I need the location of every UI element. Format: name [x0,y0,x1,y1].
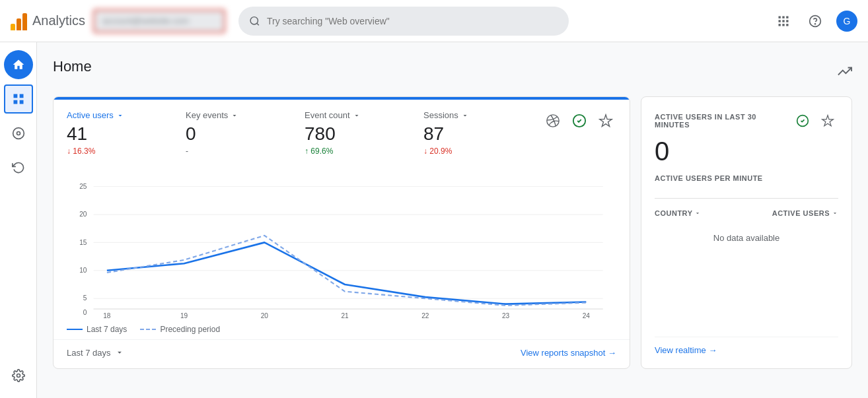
metric-active-users-label[interactable]: Active users [67,110,164,120]
user-avatar[interactable]: G [836,11,857,32]
active-users-col-header[interactable]: ACTIVE USERS [772,209,838,217]
legend-preceding-period-label: Preceding period [160,325,220,334]
help-icon[interactable] [805,11,826,32]
realtime-header: ACTIVE USERS IN LAST 30 MINUTES [655,110,838,131]
svg-text:24: 24 [583,312,591,319]
metric-active-users-change: ↓ 16.3% [67,147,164,156]
metric-active-users-value: 41 [67,123,164,145]
sidebar-item-advertising[interactable] [4,153,33,182]
view-reports-link[interactable]: View reports snapshot → [521,348,616,358]
apps-icon[interactable] [773,11,794,32]
date-range-label: Last 7 days [67,348,111,358]
customize-icon[interactable] [542,110,563,131]
active-users-sort-icon [832,210,838,216]
realtime-sparkle-icon[interactable] [817,110,838,131]
chart-area: 25 20 15 10 5 0 18 Nov 19 20 21 22 23 [54,174,630,319]
svg-text:0: 0 [83,308,87,315]
svg-point-19 [17,374,20,378]
svg-text:10: 10 [79,266,87,273]
svg-rect-7 [786,20,788,22]
country-sort-icon [694,210,701,216]
realtime-subtitle: ACTIVE USERS PER MINUTE [655,174,838,182]
metric-event-count-label[interactable]: Event count [305,110,402,120]
main-content: Home Active users 41 [37,42,868,398]
realtime-check-icon[interactable] [792,110,813,131]
metrics-row: Active users 41 ↓ 16.3% Key events 0 [67,110,616,164]
realtime-value: 0 [655,137,838,166]
metric-key-events-change: - [186,147,283,156]
app-title: Analytics [32,13,85,28]
top-nav: Analytics account@website.com G [0,0,868,42]
date-range-selector[interactable]: Last 7 days [67,348,124,358]
svg-text:22: 22 [421,312,429,319]
svg-rect-8 [779,24,781,26]
page-title: Home [53,58,92,75]
trend-icon[interactable] [838,64,852,81]
svg-rect-2 [779,16,781,18]
search-icon [249,15,260,27]
sidebar-item-settings[interactable] [4,361,33,390]
sidebar-item-home[interactable] [4,50,33,79]
svg-text:18: 18 [103,312,111,319]
sidebar [0,42,37,398]
topnav-right: G [773,11,857,32]
sparkle-icon[interactable] [595,110,616,131]
svg-rect-9 [782,24,784,26]
search-input[interactable] [267,16,558,26]
svg-text:23: 23 [502,312,510,319]
country-col-header[interactable]: COUNTRY [655,209,701,217]
realtime-table-header: COUNTRY ACTIVE USERS [655,207,838,220]
svg-rect-15 [13,100,17,104]
metric-sessions: Sessions 87 ↓ 20.9% [423,110,521,156]
svg-rect-3 [782,16,784,18]
search-bar[interactable] [238,7,569,36]
realtime-title: ACTIVE USERS IN LAST 30 MINUTES [655,113,792,129]
svg-rect-4 [786,16,788,18]
metric-sessions-label[interactable]: Sessions [423,110,521,120]
card-footer: Last 7 days View reports snapshot → [54,339,630,368]
metric-event-count: Event count 780 ↑ 69.6% [305,110,402,156]
legend-preceding-period: Preceding period [140,325,220,334]
date-range-chevron-icon [115,348,124,357]
svg-point-17 [13,128,24,139]
svg-text:25: 25 [79,182,87,189]
metric-action-icons [542,110,616,131]
app-logo: Analytics [11,12,85,30]
metric-key-events: Key events 0 - [186,110,283,156]
svg-point-18 [17,132,20,135]
svg-text:5: 5 [83,294,87,302]
svg-rect-6 [782,20,784,22]
view-realtime-link[interactable]: View realtime → [655,345,838,355]
metric-active-users: Active users 41 ↓ 16.3% [67,110,164,156]
main-layout: Home Active users 41 [0,42,868,398]
sidebar-item-explore[interactable] [4,119,33,148]
metric-key-events-label[interactable]: Key events [186,110,283,120]
metric-sessions-value: 87 [423,123,521,145]
svg-line-1 [257,23,259,25]
svg-rect-14 [19,94,23,98]
realtime-divider [655,198,838,199]
sidebar-item-reports[interactable] [4,84,33,114]
checkmark-circle-icon[interactable] [569,110,590,131]
svg-rect-10 [786,24,788,26]
legend-last-7-days: Last 7 days [67,325,127,334]
realtime-header-icons [792,110,838,131]
logo-icon [11,12,27,30]
svg-rect-16 [19,100,23,104]
svg-rect-5 [779,20,781,22]
analytics-card: Active users 41 ↓ 16.3% Key events 0 [53,96,630,369]
card-inner: Active users 41 ↓ 16.3% Key events 0 [54,100,630,174]
line-chart: 25 20 15 10 5 0 18 Nov 19 20 21 22 23 [67,180,616,319]
legend-dashed-line [140,329,156,330]
chart-legend: Last 7 days Preceding period [54,319,630,339]
metric-event-count-change: ↑ 69.6% [305,147,402,156]
realtime-card: ACTIVE USERS IN LAST 30 MINUTES 0 ACTIVE… [641,96,852,369]
svg-text:15: 15 [79,238,87,246]
legend-solid-line [67,329,83,330]
svg-point-0 [250,17,258,24]
svg-text:20: 20 [79,211,87,218]
metric-key-events-value: 0 [186,123,283,145]
account-selector[interactable]: account@website.com [93,9,225,33]
no-data-message: No data available [655,220,838,256]
realtime-footer: View realtime → [655,337,838,355]
